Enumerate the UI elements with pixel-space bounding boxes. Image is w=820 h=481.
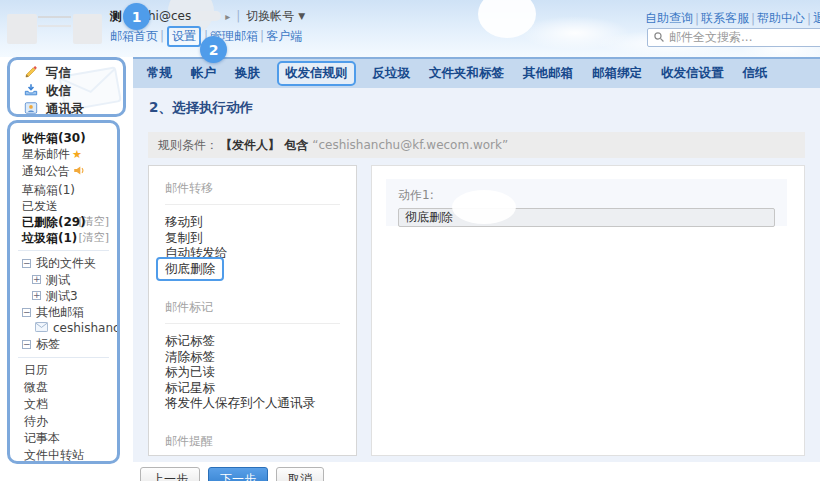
tree-label: 测试 bbox=[46, 272, 70, 288]
sidebar-folders-box: 收件箱(30)星标邮件★通知公告草稿箱(1)已发送[清空]已删除(29)[清空]… bbox=[7, 120, 120, 464]
switch-account-link[interactable]: 切换帐号 bbox=[246, 8, 294, 25]
menu-item-移动到[interactable]: 移动到 bbox=[165, 214, 340, 230]
rule-condition-label: 规则条件： bbox=[158, 137, 218, 154]
sidebar-action-通讯录[interactable]: 通讯录 bbox=[10, 100, 123, 117]
sidebar-tree-item[interactable]: −我的文件夹 bbox=[10, 255, 117, 271]
sidebar-action-label: 通讯录 bbox=[46, 101, 84, 118]
annotated-menu-item: 彻底删除 bbox=[156, 257, 224, 282]
tab-收发信设置[interactable]: 收发信设置 bbox=[661, 65, 724, 82]
sidebar-folder[interactable]: 星标邮件★ bbox=[10, 146, 117, 163]
separator: | bbox=[695, 12, 699, 26]
menu-section-heading: 邮件标记 bbox=[165, 295, 340, 324]
compose-actions: 写信收信通讯录 bbox=[10, 60, 123, 117]
sidebar-app-记事本[interactable]: 记事本 bbox=[10, 430, 117, 447]
menu-item-将发件人保存到个人通讯录[interactable]: 将发件人保存到个人通讯录 bbox=[165, 395, 340, 411]
rule-condition-value: “ceshishanchu@kf.wecom.work” bbox=[312, 138, 508, 152]
sidebar-app-文件中转站[interactable]: 文件中转站 bbox=[10, 447, 117, 464]
collapse-icon[interactable]: − bbox=[22, 340, 31, 349]
expand-icon[interactable]: + bbox=[32, 275, 41, 284]
header-top-links: 自助查询|联系客服|帮助中心|退 bbox=[645, 10, 820, 27]
sidebar-compose-box: 写信收信通讯录 bbox=[7, 57, 126, 117]
sidebar-folder[interactable]: [清空]垃圾箱(1) bbox=[10, 230, 117, 246]
top-link-1[interactable]: 自助查询 bbox=[645, 10, 693, 27]
menu-section-heading: 邮件转移 bbox=[165, 176, 340, 205]
expand-icon[interactable]: + bbox=[32, 291, 41, 300]
folder-label: 垃圾箱(1) bbox=[22, 231, 77, 245]
sidebar-tree-item[interactable]: −标签 bbox=[10, 336, 117, 352]
account-email-fragment: hi@ces bbox=[148, 9, 191, 23]
tree-label: 标签 bbox=[36, 336, 60, 352]
speaker-icon bbox=[73, 166, 86, 180]
separator: | bbox=[751, 12, 755, 26]
tree-label: 其他邮箱 bbox=[36, 304, 84, 320]
menu-item-彻底删除[interactable]: 彻底删除 bbox=[165, 261, 340, 278]
tab-换肤[interactable]: 换肤 bbox=[235, 65, 260, 82]
sidebar-tree-item[interactable]: +测试 bbox=[10, 272, 117, 288]
sidebar-folder[interactable]: 已发送 bbox=[10, 198, 117, 214]
tab-其他邮箱[interactable]: 其他邮箱 bbox=[523, 65, 573, 82]
nav-link-2[interactable]: 设置 bbox=[167, 26, 201, 47]
redaction-blob bbox=[452, 190, 516, 224]
sidebar-tree-item[interactable]: ceshishanchu bbox=[10, 320, 117, 336]
sidebar-tree-item[interactable]: −其他邮箱 bbox=[10, 304, 117, 320]
separator: | bbox=[260, 29, 264, 43]
separator: | bbox=[236, 9, 240, 23]
search-placeholder: 邮件全文搜索... bbox=[669, 29, 752, 46]
footer-button-取消[interactable]: 取消 bbox=[276, 467, 324, 481]
top-link-2[interactable]: 联系客服 bbox=[701, 10, 749, 27]
tab-邮箱绑定[interactable]: 邮箱绑定 bbox=[592, 65, 642, 82]
sidebar-app-待办[interactable]: 待办 bbox=[10, 413, 117, 430]
folder-list: 收件箱(30)星标邮件★通知公告草稿箱(1)已发送[清空]已删除(29)[清空]… bbox=[10, 130, 117, 246]
clear-folder-link[interactable]: [清空] bbox=[78, 230, 109, 246]
action-detail-panel: 动作1: 彻底删除 bbox=[371, 165, 805, 456]
sidebar-folder[interactable]: 收件箱(30) bbox=[10, 130, 117, 146]
menu-item-清除标签[interactable]: 清除标签 bbox=[165, 349, 340, 365]
sidebar-action-写信[interactable]: 写信 bbox=[10, 64, 123, 82]
sidebar-folder[interactable]: [清空]已删除(29) bbox=[10, 214, 117, 230]
sidebar-action-收信[interactable]: 收信 bbox=[10, 82, 123, 100]
contacts-icon bbox=[24, 101, 38, 118]
redacted-account-text bbox=[195, 11, 221, 21]
tab-常规[interactable]: 常规 bbox=[147, 65, 172, 82]
folder-label: 已发送 bbox=[22, 199, 58, 213]
menu-item-标为已读[interactable]: 标为已读 bbox=[165, 364, 340, 380]
top-header: 测 hi@ces ▸ | 切换帐号 ▼ 邮箱首页|设置|管理邮箱|客户端 自助查… bbox=[0, 0, 820, 57]
action-menu-panel: 邮件转移移动到复制到自动转发给彻底删除邮件标记标记标签清除标签标为已读标记星标将… bbox=[148, 165, 357, 456]
collapse-icon[interactable]: − bbox=[22, 259, 31, 268]
divider bbox=[18, 250, 109, 251]
folder-label: 通知公告 bbox=[22, 164, 70, 178]
sidebar-app-文档[interactable]: 文档 bbox=[10, 396, 117, 413]
tree-label: ceshishanchu bbox=[53, 320, 120, 336]
magnifier-icon bbox=[653, 28, 665, 47]
tree-label: 测试3 bbox=[46, 288, 78, 304]
sidebar-folder[interactable]: 草稿箱(1) bbox=[10, 182, 117, 198]
sidebar-app-日历[interactable]: 日历 bbox=[10, 362, 117, 379]
tab-收发信规则[interactable]: 收发信规则 bbox=[277, 61, 356, 86]
tab-信纸[interactable]: 信纸 bbox=[743, 65, 768, 82]
tab-文件夹和标签[interactable]: 文件夹和标签 bbox=[429, 65, 504, 82]
search-input[interactable]: 邮件全文搜索... bbox=[647, 28, 820, 47]
annotation-step-2: 2 bbox=[200, 36, 227, 63]
sidebar-tree-item[interactable]: +测试3 bbox=[10, 288, 117, 304]
sidebar-folder[interactable]: 通知公告 bbox=[10, 163, 117, 181]
tab-反垃圾[interactable]: 反垃圾 bbox=[373, 65, 411, 82]
nav-link-4[interactable]: 客户端 bbox=[266, 28, 302, 45]
pencil-icon bbox=[24, 65, 38, 82]
settings-tabbar: 常规帐户换肤收发信规则反垃圾文件夹和标签其他邮箱邮箱绑定收发信设置信纸 bbox=[133, 59, 820, 88]
tab-帐户[interactable]: 帐户 bbox=[191, 65, 216, 82]
footer-button-下一步[interactable]: 下一步 bbox=[208, 467, 268, 481]
collapse-icon[interactable]: − bbox=[22, 308, 31, 317]
menu-item-标记标签[interactable]: 标记标签 bbox=[165, 333, 340, 349]
envelope-icon bbox=[35, 320, 48, 336]
top-link-4[interactable]: 退 bbox=[813, 10, 820, 27]
menu-item-标记星标[interactable]: 标记星标 bbox=[165, 380, 340, 396]
nav-link-1[interactable]: 邮箱首页 bbox=[110, 28, 158, 45]
account-caret: ▸ bbox=[225, 11, 230, 22]
step-title: 2、选择执行动作 bbox=[149, 99, 253, 117]
footer-button-上一步[interactable]: 上一步 bbox=[140, 467, 200, 481]
app-list: 日历微盘文档待办记事本文件中转站 bbox=[10, 362, 117, 464]
menu-item-复制到[interactable]: 复制到 bbox=[165, 230, 340, 246]
top-link-3[interactable]: 帮助中心 bbox=[757, 10, 805, 27]
chevron-down-icon[interactable]: ▼ bbox=[298, 11, 305, 21]
sidebar-app-微盘[interactable]: 微盘 bbox=[10, 379, 117, 396]
